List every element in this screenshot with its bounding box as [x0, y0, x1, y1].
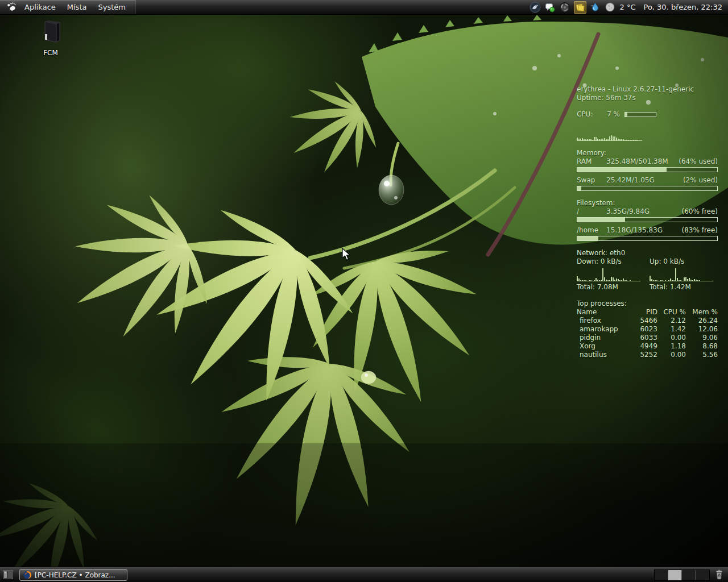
clock-applet[interactable]: Po, 30. březen, 22:32 [644, 3, 723, 11]
moon-weather-icon[interactable] [605, 2, 616, 13]
gnome-logo-icon[interactable] [5, 2, 18, 13]
fs-home-bar [577, 236, 718, 241]
taskbar-window-title: [PC-HELP.CZ • Zobraz... [35, 571, 115, 579]
show-desktop-icon [3, 570, 13, 579]
ram-row: RAM 325.48M/501.38M (64% used) [577, 157, 718, 166]
network-title: Network: eth0 [577, 249, 718, 257]
process-table-body: firefox54662.1226.24amarokapp60231.4212.… [577, 317, 718, 359]
process-table-header: Name PID CPU % Mem % [577, 308, 718, 317]
processes-title: Top processes: [577, 300, 718, 308]
workspace-cell[interactable] [696, 570, 709, 580]
up-total: Total: 1.42M [650, 283, 713, 292]
down-label: Down: 0 kB/s [577, 257, 642, 266]
folder-icon [37, 19, 64, 44]
workspace-cell[interactable] [668, 570, 682, 580]
desktop-icon-fcm[interactable]: FCM [30, 19, 72, 57]
mouse-cursor [341, 248, 353, 261]
process-row: Xorg49491.188.68 [577, 342, 718, 351]
temperature-label[interactable]: 2 °C [620, 3, 636, 11]
chat-status-icon[interactable] [544, 2, 556, 13]
system-monitor: erythrea - Linux 2.6.27-11-generic Uptim… [577, 85, 718, 359]
host-line: erythrea - Linux 2.6.27-11-generic [577, 85, 718, 94]
menu-system[interactable]: Systém [92, 3, 131, 11]
memory-title: Memory: [577, 149, 718, 157]
bird-tray-icon[interactable] [530, 2, 541, 13]
workspace-cell[interactable] [655, 570, 668, 580]
process-row: amarokapp60231.4212.06 [577, 325, 718, 334]
cpu-row: CPU: 7 % [577, 110, 718, 119]
trash-icon [715, 569, 723, 580]
cpu-graph [577, 131, 642, 141]
menu-bar: Aplikace Místa Systém [0, 0, 136, 14]
process-row: nautilus52520.005.56 [577, 351, 718, 359]
down-graph [577, 268, 640, 281]
up-graph [650, 268, 713, 281]
notes-tray-icon[interactable] [574, 1, 586, 14]
swap-bar [577, 186, 718, 191]
process-row: pidgin60330.009.06 [577, 334, 718, 342]
fs-home-row: /home 15.18G/135.83G (83% free) [577, 226, 718, 235]
up-label: Up: 0 kB/s [650, 257, 713, 266]
desktop: FCM erythrea - Linux 2.6.27-11-generic U… [0, 0, 728, 582]
show-desktop-button[interactable] [1, 569, 15, 580]
aperture-tray-icon[interactable] [559, 2, 570, 13]
system-tray: 2 °C Po, 30. březen, 22:32 [530, 1, 728, 14]
menu-places[interactable]: Místa [61, 3, 93, 11]
menu-applications[interactable]: Aplikace [19, 3, 61, 11]
water-drop-tray-icon[interactable] [590, 2, 601, 13]
workspace-switcher[interactable] [654, 569, 710, 581]
uptime-line: Uptime: 56m 37s [577, 94, 718, 102]
firefox-icon [23, 571, 32, 579]
workspace-cell[interactable] [682, 570, 696, 580]
filesystem-title: Filesystem: [577, 199, 718, 207]
trash-applet[interactable] [713, 569, 725, 580]
down-total: Total: 7.08M [577, 283, 642, 292]
fs-root-row: / 3.35G/9.84G (60% free) [577, 207, 718, 216]
fs-root-bar [577, 217, 718, 222]
cpu-value: 7 % [601, 110, 620, 119]
process-row: firefox54662.1226.24 [577, 317, 718, 325]
network-block: Down: 0 kB/s Total: 7.08M Up: 0 kB/s Tot… [577, 257, 718, 292]
top-panel: Aplikace Místa Systém [0, 0, 728, 15]
ram-bar [577, 167, 718, 172]
cpu-bar [624, 112, 656, 117]
bottom-panel: [PC-HELP.CZ • Zobraz... [0, 567, 728, 582]
cpu-label: CPU: [577, 110, 601, 119]
taskbar-window-button[interactable]: [PC-HELP.CZ • Zobraz... [19, 569, 127, 581]
desktop-icon-label: FCM [43, 49, 58, 57]
swap-row: Swap 25.42M/1.05G (2% used) [577, 176, 718, 185]
